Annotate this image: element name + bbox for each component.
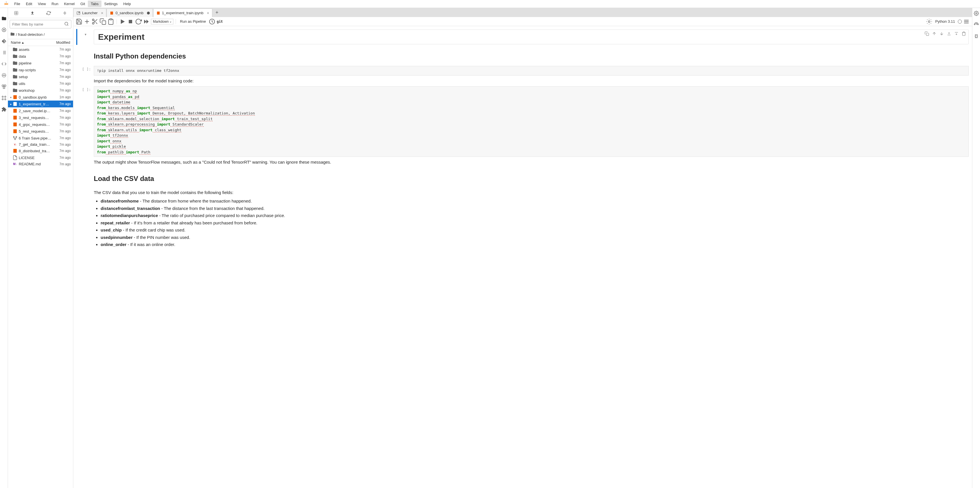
file-item[interactable]: workshop7m ago (8, 87, 73, 94)
menu-file[interactable]: File (11, 0, 23, 7)
filebrowser-header[interactable]: Name ▴ Modified (8, 39, 73, 46)
cell-code[interactable]: [ ]: !pip install onnx onnxruntime tf2on… (73, 65, 972, 76)
data-tab-icon[interactable] (2, 95, 6, 101)
file-item[interactable]: assets7m ago (8, 46, 73, 53)
dashboard-icon[interactable] (974, 22, 979, 27)
menu-run[interactable]: Run (49, 0, 61, 7)
cut-icon[interactable] (92, 18, 98, 25)
restart-run-all-icon[interactable] (143, 18, 150, 25)
notebook-area[interactable]: ▼ Experiment (73, 26, 972, 488)
file-filter-field[interactable] (12, 22, 63, 27)
file-item[interactable]: pipeline7m ago (8, 60, 73, 67)
svg-rect-66 (975, 35, 977, 38)
interrupt-icon[interactable] (127, 18, 134, 25)
duplicate-cell-icon[interactable] (924, 31, 929, 36)
run-icon[interactable] (119, 18, 126, 25)
file-item[interactable]: 4_grpc_requests…7m ago (8, 121, 73, 128)
menu-settings[interactable]: Settings (102, 0, 121, 7)
file-modified: 7m ago (59, 149, 71, 153)
file-modified: 7m ago (59, 68, 71, 72)
tab[interactable]: Launcher× (73, 8, 106, 17)
cell-markdown[interactable]: Import the dependencies for the model tr… (73, 76, 972, 86)
cell-code[interactable]: [ ]: import numpy as np import pandas as… (73, 86, 972, 157)
menu-git[interactable]: Git (78, 0, 88, 7)
menu-edit[interactable]: Edit (23, 0, 35, 7)
cell-markdown-heading[interactable]: ▼ Experiment (73, 29, 972, 45)
sort-asc-icon: ▴ (22, 40, 24, 44)
jupyter-logo-icon[interactable] (3, 1, 9, 7)
upload-icon[interactable] (30, 11, 35, 15)
extension-tab-icon[interactable] (2, 107, 6, 112)
menu-tabs[interactable]: Tabs (88, 0, 101, 7)
paste-icon[interactable] (107, 18, 114, 25)
restart-icon[interactable] (135, 18, 142, 25)
file-item[interactable]: M↓README.md7m ago (8, 161, 73, 167)
file-modified: 7m ago (59, 109, 71, 113)
cell-markdown[interactable]: Install Python dependencies (73, 45, 972, 65)
git-toggle-icon[interactable] (62, 11, 67, 15)
insert-below-icon[interactable] (954, 31, 959, 36)
svg-point-18 (2, 98, 3, 100)
close-tab-icon[interactable]: × (207, 11, 209, 15)
debugger-panel-icon[interactable] (974, 33, 979, 39)
insert-cell-icon[interactable] (84, 18, 91, 25)
menu-kernel[interactable]: Kernel (61, 0, 78, 7)
kernel-status-icon[interactable] (958, 20, 962, 24)
save-icon[interactable] (76, 18, 83, 25)
running-tab-icon[interactable] (2, 27, 6, 32)
copy-icon[interactable] (99, 18, 106, 25)
file-item[interactable]: 6 Train Save.pipe…7m ago (8, 135, 73, 141)
elyra-icon[interactable] (926, 18, 932, 25)
debugger-icon[interactable] (963, 18, 970, 25)
move-down-icon[interactable] (939, 31, 944, 36)
object-storage-tab-icon[interactable] (2, 84, 6, 89)
close-tab-icon[interactable]: × (101, 11, 103, 15)
code-snippets-tab-icon[interactable] (2, 61, 6, 67)
svg-line-34 (78, 11, 80, 13)
file-item[interactable]: ●0_sandbox.ipynb1m ago (8, 94, 73, 101)
file-item[interactable]: setup7m ago (8, 73, 73, 80)
file-item[interactable]: Y:7_get_data_train…7m ago (8, 141, 73, 147)
menu-help[interactable]: Help (121, 0, 134, 7)
file-name: 3_rest_requests… (18, 116, 59, 120)
breadcrumb[interactable]: / fraud-detection / (8, 30, 73, 39)
code-content[interactable]: !pip install onnx onnxruntime tf2onnx (94, 66, 969, 76)
refresh-icon[interactable] (46, 11, 51, 15)
menu-view[interactable]: View (35, 0, 49, 7)
tab[interactable]: 0_sandbox.ipynb (107, 8, 153, 17)
tab[interactable]: 1_experiment_train.ipynb× (153, 8, 212, 17)
file-item[interactable]: 2_save_model.ip…7m ago (8, 108, 73, 114)
delete-cell-icon[interactable] (961, 31, 966, 36)
kernel-name[interactable]: Python 3.11 (934, 19, 957, 24)
file-item[interactable]: 3_rest_requests…7m ago (8, 114, 73, 121)
cell-type-select[interactable]: Markdown (151, 19, 173, 24)
property-inspector-icon[interactable] (974, 11, 979, 16)
filebrowser-tab-icon[interactable] (2, 16, 6, 21)
move-up-icon[interactable] (932, 31, 937, 36)
breadcrumb-path[interactable]: / fraud-detection / (16, 32, 45, 36)
new-launcher-icon[interactable] (14, 11, 19, 15)
file-item[interactable]: 8_distributed_tra…7m ago (8, 147, 73, 154)
file-filter-input[interactable] (10, 20, 72, 29)
file-item[interactable]: ▸1_experiment_tr…7m ago (8, 101, 73, 108)
cell-markdown[interactable]: The output might show TensorFlow message… (73, 157, 972, 167)
file-item[interactable]: LICENSE7m ago (8, 154, 73, 161)
file-item[interactable]: data7m ago (8, 53, 73, 60)
collapse-heading-icon[interactable]: ▼ (84, 33, 87, 36)
svg-point-40 (92, 22, 94, 24)
svg-rect-47 (129, 20, 132, 23)
cell-markdown[interactable]: Load the CSV data (73, 167, 972, 188)
file-item[interactable]: ray-scripts7m ago (8, 67, 73, 73)
toc-tab-icon[interactable] (2, 50, 6, 55)
clock-icon[interactable] (208, 18, 215, 25)
pipeline-components-tab-icon[interactable] (2, 73, 6, 78)
cell-markdown[interactable]: The CSV data that you use to train the m… (73, 188, 972, 252)
add-tab-icon[interactable]: + (213, 10, 221, 16)
file-item[interactable]: utils7m ago (8, 80, 73, 87)
code-content[interactable]: import numpy as np import pandas as pd i… (94, 86, 969, 157)
git-tab-icon[interactable] (2, 39, 6, 44)
run-as-pipeline-button[interactable]: Run as Pipeline (178, 19, 207, 24)
git-label[interactable]: git (216, 20, 223, 24)
file-item[interactable]: 5_rest_requests…7m ago (8, 128, 73, 135)
insert-above-icon[interactable] (947, 31, 951, 36)
